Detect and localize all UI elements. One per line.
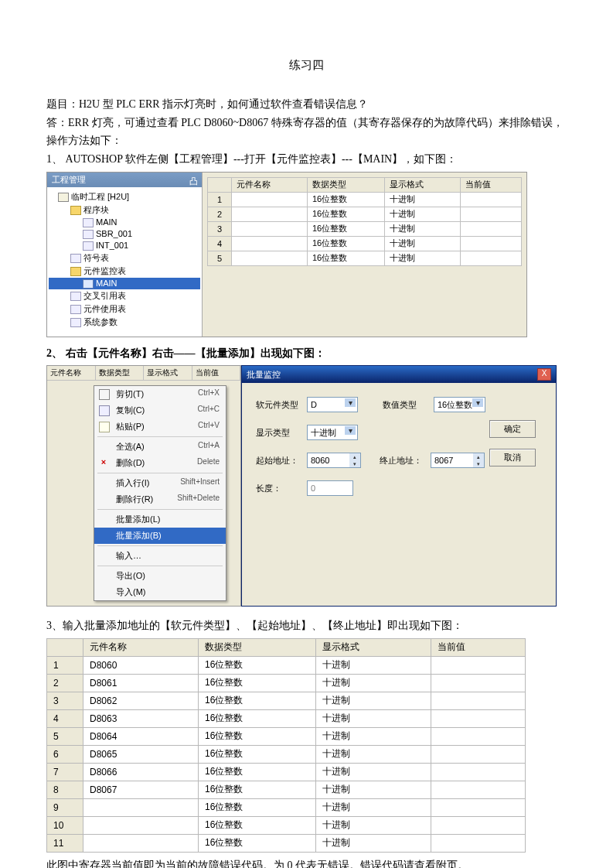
- menu-separator: [97, 566, 223, 566]
- menu-item-label: 删除行(R): [116, 494, 153, 504]
- menu-item[interactable]: 批量添加(L): [94, 511, 226, 528]
- cell: 十进制: [385, 192, 461, 207]
- menu-separator: [97, 473, 223, 473]
- pin-close-icon[interactable]: 凸 ×: [189, 176, 197, 183]
- context-menu: 剪切(T)Ctrl+X复制(C)Ctrl+C粘贴(P)Ctrl+V全选(A)Ct…: [94, 385, 226, 601]
- monitor-table-3: 元件名称数据类型显示格式当前值1D806016位整数十进制2D806116位整数…: [46, 638, 526, 853]
- table-row[interactable]: 1116位整数十进制: [47, 834, 526, 852]
- cell: [83, 834, 199, 852]
- cell: [431, 709, 526, 727]
- table-row[interactable]: 1D806016位整数十进制: [47, 656, 526, 674]
- table-row[interactable]: 3D806216位整数十进制: [47, 692, 526, 709]
- menu-item[interactable]: 剪切(T)Ctrl+X: [94, 386, 226, 402]
- cell: 十进制: [385, 221, 461, 236]
- table-row[interactable]: 5D806416位整数十进制: [47, 727, 526, 745]
- tree-node[interactable]: 符号表: [49, 251, 200, 265]
- menu-item[interactable]: ×删除(D)Delete: [94, 455, 226, 471]
- tree-node[interactable]: 元件使用表: [49, 302, 200, 316]
- menu-item[interactable]: 批量添加(B): [94, 528, 226, 544]
- table-row[interactable]: 216位整数十进制: [208, 207, 522, 221]
- cell: 十进制: [316, 781, 431, 798]
- tree-node[interactable]: INT_001: [49, 240, 200, 251]
- table-row[interactable]: 6D806516位整数十进制: [47, 745, 526, 763]
- cell: [232, 192, 308, 207]
- cell: [431, 656, 526, 674]
- cell: 16位整数: [307, 192, 384, 207]
- cell: 5: [47, 727, 83, 745]
- table-row[interactable]: 7D806616位整数十进制: [47, 763, 526, 781]
- table-row[interactable]: 116位整数十进制: [208, 192, 522, 207]
- tree-node[interactable]: SBR_001: [49, 228, 200, 240]
- label-value-type: 数值类型: [383, 399, 429, 411]
- strip-cell: 显示格式: [144, 366, 192, 380]
- col-header: 当前值: [460, 177, 521, 192]
- step-3: 3、输入批量添加地址的【软元件类型】、【起始地址】、【终止地址】即出现如下图：: [46, 617, 567, 634]
- close-icon[interactable]: X: [537, 368, 551, 381]
- table-row[interactable]: 2D806116位整数十进制: [47, 674, 526, 692]
- select-value-type[interactable]: 16位整数: [434, 397, 485, 412]
- table-row[interactable]: 316位整数十进制: [208, 221, 522, 236]
- del-icon: ×: [99, 458, 108, 467]
- col-header: [208, 177, 232, 192]
- tree-node[interactable]: 交叉引用表: [49, 289, 200, 302]
- menu-separator: [97, 509, 223, 510]
- label-elem-type: 软元件类型: [256, 399, 302, 411]
- cell: 十进制: [316, 798, 431, 816]
- menu-item-label: 全选(A): [116, 442, 145, 451]
- col-header: 数据类型: [199, 638, 316, 656]
- cell: [232, 207, 308, 221]
- cell: 16位整数: [199, 674, 316, 692]
- cell: [460, 251, 521, 265]
- menu-item[interactable]: 复制(C)Ctrl+C: [94, 402, 226, 419]
- menu-item[interactable]: 导出(O): [94, 568, 226, 584]
- tree-node[interactable]: 系统参数: [49, 316, 200, 329]
- label-display-type: 显示类型: [256, 427, 302, 439]
- table-row[interactable]: 4D806316位整数十进制: [47, 709, 526, 727]
- strip-cell: 当前值: [192, 366, 241, 380]
- table-row[interactable]: 516位整数十进制: [208, 251, 522, 265]
- tree-root[interactable]: 临时工程 [H2U]: [49, 190, 200, 203]
- cell: D8063: [83, 709, 199, 727]
- cell: 十进制: [316, 674, 431, 692]
- menu-item[interactable]: 全选(A)Ctrl+A: [94, 439, 226, 455]
- cell: 十进制: [316, 727, 431, 745]
- cell: 16位整数: [199, 745, 316, 763]
- table-row[interactable]: 916位整数十进制: [47, 798, 526, 816]
- tree-node[interactable]: 程序块: [49, 203, 200, 217]
- input-length[interactable]: 0: [307, 480, 353, 496]
- menu-item[interactable]: 输入…: [94, 548, 226, 564]
- menu-item[interactable]: 粘贴(P)Ctrl+V: [94, 419, 226, 435]
- input-end-addr[interactable]: 8067: [431, 453, 485, 468]
- menu-separator: [97, 436, 223, 437]
- tree-node-main-selected[interactable]: MAIN: [49, 278, 200, 289]
- cell: 16位整数: [307, 207, 384, 221]
- table-row[interactable]: 416位整数十进制: [208, 236, 522, 251]
- answer: 答：ERR 灯亮，可通过查看 PLC D8060~D8067 特殊寄存器的值（其…: [46, 114, 567, 149]
- box-icon: [58, 193, 69, 202]
- context-menu-area: 元件名称 数据类型 显示格式 当前值 剪切(T)Ctrl+X复制(C)Ctrl+…: [46, 365, 241, 607]
- select-display-type[interactable]: 十进制: [307, 425, 358, 440]
- cell: 16位整数: [199, 709, 316, 727]
- select-elem-type[interactable]: D: [307, 397, 358, 412]
- ok-button[interactable]: 确定: [489, 420, 536, 438]
- input-start-addr[interactable]: 8060: [307, 453, 361, 468]
- table-row[interactable]: 1016位整数十进制: [47, 816, 526, 834]
- footer-text: 此图中寄存器当前值即为当前的故障错误代码。为 0 代表无错误。错误代码请查看附页…: [46, 857, 567, 868]
- cell: 16位整数: [307, 221, 384, 236]
- menu-item-label: 剪切(T): [116, 389, 144, 398]
- cell: 16位整数: [199, 781, 316, 798]
- menu-item[interactable]: 删除行(R)Shift+Delete: [94, 491, 226, 507]
- menu-item[interactable]: 插入行(I)Shift+Insert: [94, 475, 226, 491]
- tree-node[interactable]: MAIN: [49, 217, 200, 228]
- col-header: 当前值: [431, 638, 526, 656]
- menu-item[interactable]: 导入(M): [94, 584, 226, 600]
- table-row[interactable]: 8D806716位整数十进制: [47, 781, 526, 798]
- screenshot-3: 元件名称数据类型显示格式当前值1D806016位整数十进制2D806116位整数…: [46, 638, 526, 853]
- cell: [431, 798, 526, 816]
- cell: [431, 674, 526, 692]
- label-start-addr: 起始地址：: [256, 455, 302, 466]
- cell: [83, 816, 199, 834]
- cancel-button[interactable]: 取消: [489, 449, 536, 466]
- tree-node[interactable]: 元件监控表: [49, 265, 200, 278]
- screenshot-2: 元件名称 数据类型 显示格式 当前值 剪切(T)Ctrl+X复制(C)Ctrl+…: [46, 365, 557, 607]
